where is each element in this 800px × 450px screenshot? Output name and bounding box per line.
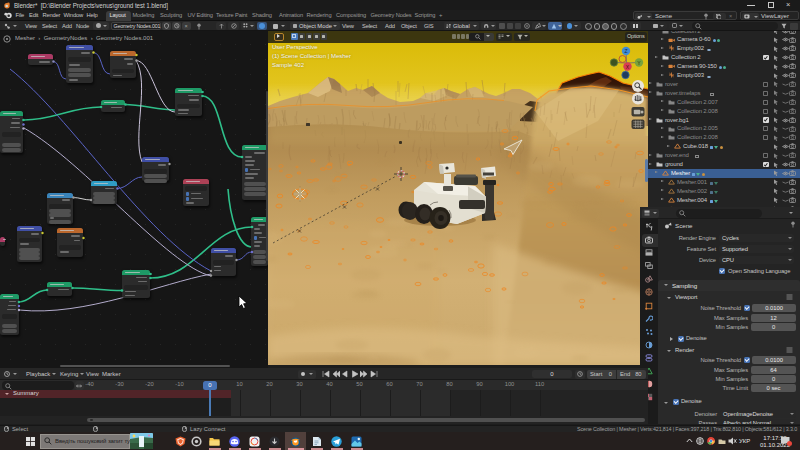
svg-text:Z: Z [624,48,627,54]
